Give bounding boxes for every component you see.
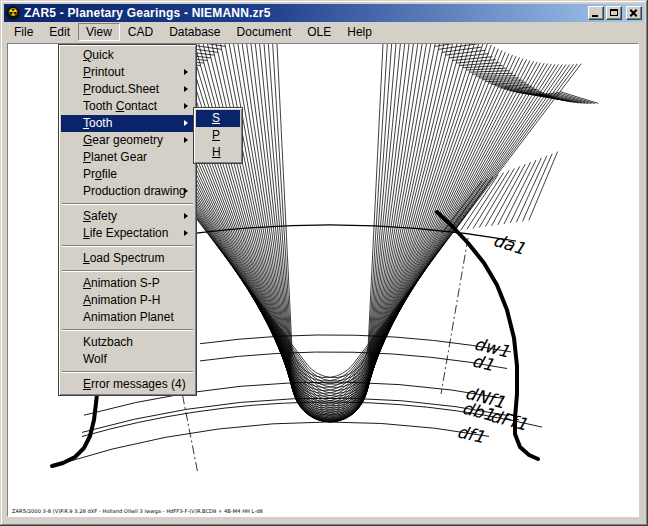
menubar-item-file[interactable]: File — [6, 23, 41, 41]
menu-item-label: Life Expectation — [83, 226, 168, 240]
submenu-arrow-icon — [184, 213, 188, 219]
label-d1: d1 — [470, 350, 496, 375]
menu-item-label: Animation P-H — [83, 293, 160, 307]
menu-item-gear-geometry[interactable]: Gear geometry — [61, 132, 194, 149]
submenu-arrow-icon — [184, 137, 188, 143]
app-window: ☢ ZAR5 - Planetary Gearings - NIEMANN.zr… — [0, 0, 648, 526]
menu-item-label: Gear geometry — [83, 133, 163, 147]
submenu-arrow-icon — [184, 69, 188, 75]
submenu-arrow-icon — [184, 120, 188, 126]
label-da1: da1 — [491, 230, 528, 259]
menu-item-tooth[interactable]: Tooth — [61, 115, 194, 132]
menu-item-tooth-contact[interactable]: Tooth Contact — [61, 98, 194, 115]
menu-item-label: S — [212, 111, 220, 125]
minimize-button[interactable] — [588, 6, 604, 20]
tooth-centerlines — [176, 238, 468, 474]
menu-item-animation-p-h[interactable]: Animation P-H — [61, 292, 194, 309]
label-dff1: dFf1 — [488, 406, 529, 435]
menubar-item-ole[interactable]: OLE — [299, 23, 339, 41]
menu-item-product-sheet[interactable]: Product.Sheet — [61, 81, 194, 98]
tooth-submenu: SPH — [193, 107, 243, 164]
menubar-item-document[interactable]: Document — [229, 23, 300, 41]
menu-item-label: Load Spectrum — [83, 251, 164, 265]
submenu-arrow-icon — [184, 230, 188, 236]
menu-item-label: Error messages (4) — [83, 377, 186, 391]
menu-item-label: Profile — [83, 167, 117, 181]
menu-item-safety[interactable]: Safety — [61, 208, 194, 225]
drawing-footer-caption: ZAR5/2000 3-8 (V)P.R.9 3.28 dXF - Hollan… — [12, 508, 263, 515]
circle-db1 — [82, 398, 509, 432]
menubar-item-cad[interactable]: CAD — [120, 23, 161, 41]
menu-item-profile[interactable]: Profile — [61, 166, 194, 183]
label-df1: df1 — [455, 421, 486, 447]
menubar-item-database[interactable]: Database — [161, 23, 228, 41]
circle-dw1 — [200, 335, 511, 352]
menu-item-label: Kutzbach — [83, 335, 133, 349]
menu-item-printout[interactable]: Printout — [61, 64, 194, 81]
menu-separator — [62, 371, 193, 373]
menu-item-label: Animation S-P — [83, 276, 160, 290]
menu-item-kutzbach[interactable]: Kutzbach — [61, 334, 194, 351]
title-bar: ☢ ZAR5 - Planetary Gearings - NIEMANN.zr… — [4, 4, 644, 22]
menu-item-quick[interactable]: Quick — [61, 47, 194, 64]
submenu-arrow-icon — [184, 103, 188, 109]
maximize-icon — [610, 9, 618, 16]
menubar-item-help[interactable]: Help — [339, 23, 380, 41]
menu-item-label: Product.Sheet — [83, 82, 159, 96]
menubar-item-view[interactable]: View — [78, 23, 120, 41]
menu-separator — [62, 245, 193, 247]
menu-item-label: Safety — [83, 209, 117, 223]
menu-item-label: Animation Planet — [83, 310, 174, 324]
menu-separator — [62, 203, 193, 205]
window-controls — [586, 6, 642, 20]
submenu-item-h[interactable]: H — [196, 144, 240, 161]
app-icon: ☢ — [6, 6, 20, 20]
menu-item-label: P — [212, 128, 220, 142]
menu-item-label: Production drawing — [83, 184, 186, 198]
menu-item-label: Wolf — [83, 352, 107, 366]
menu-bar: FileEditViewCADDatabaseDocumentOLEHelp — [4, 22, 644, 42]
menu-item-label: Quick — [83, 48, 114, 62]
submenu-arrow-icon — [184, 188, 188, 194]
menu-item-wolf[interactable]: Wolf — [61, 351, 194, 368]
menu-item-label: Planet Gear — [83, 150, 147, 164]
menu-item-label: H — [212, 145, 221, 159]
menubar-item-edit[interactable]: Edit — [41, 23, 78, 41]
menu-item-error-messages-4[interactable]: Error messages (4) — [61, 376, 194, 393]
menu-item-life-expectation[interactable]: Life Expectation — [61, 225, 194, 242]
menu-item-animation-planet[interactable]: Animation Planet — [61, 309, 194, 326]
circle-df1 — [60, 422, 489, 464]
diameter-labels: da1dw1d1dNf1db1dFf1df1 — [455, 230, 529, 447]
view-menu: QuickPrintoutProduct.SheetTooth ContactT… — [58, 44, 197, 396]
close-button[interactable] — [626, 6, 642, 20]
menu-separator — [62, 270, 193, 272]
menu-item-load-spectrum[interactable]: Load Spectrum — [61, 250, 194, 267]
menu-item-planet-gear[interactable]: Planet Gear — [61, 149, 194, 166]
minimize-icon — [592, 15, 598, 17]
submenu-arrow-icon — [184, 86, 188, 92]
menu-item-label: Tooth Contact — [83, 99, 157, 113]
maximize-button[interactable] — [606, 6, 622, 20]
menu-item-label: Printout — [83, 65, 124, 79]
window-title: ZAR5 - Planetary Gearings - NIEMANN.zr5 — [24, 6, 586, 20]
menu-separator — [62, 329, 193, 331]
submenu-item-s[interactable]: S — [196, 110, 240, 127]
menu-item-animation-s-p[interactable]: Animation S-P — [61, 275, 194, 292]
menu-item-production-drawing[interactable]: Production drawing — [61, 183, 194, 200]
menu-item-label: Tooth — [83, 116, 112, 130]
submenu-item-p[interactable]: P — [196, 127, 240, 144]
